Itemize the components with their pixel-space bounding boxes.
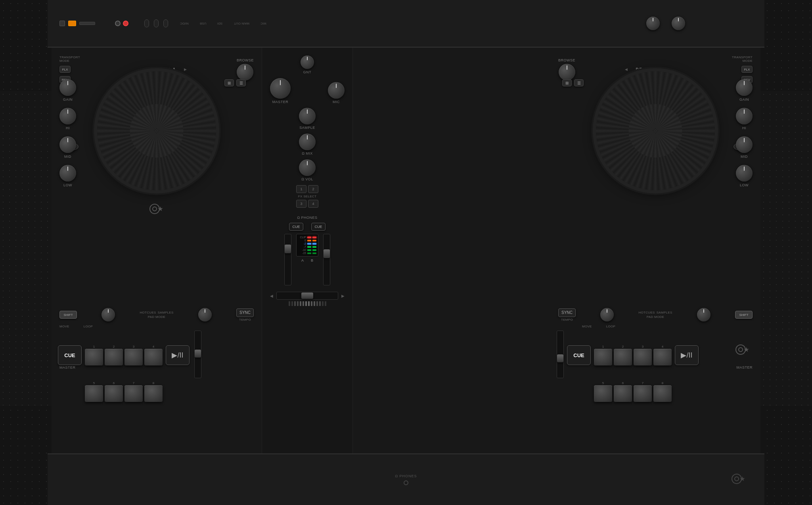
svg-point-1: [153, 207, 157, 211]
samples-label-b: SAMPLES: [657, 311, 672, 314]
flx-button-b[interactable]: FLX: [741, 66, 753, 73]
cue-button-b[interactable]: CUE: [567, 345, 591, 365]
low-knob-b[interactable]: [736, 165, 753, 182]
lower-controls-b: SYNC TEMPO HOTCUES SAMPLES PAD MODE: [554, 308, 756, 402]
fx-btn-1[interactable]: 1: [296, 185, 306, 193]
master-knob-section: MASTER: [270, 78, 291, 104]
jog-wheel-b[interactable]: [596, 71, 715, 190]
browse-section-b: BROWSE: [558, 58, 575, 80]
cue-button-a[interactable]: CUE: [58, 345, 82, 365]
sample-knob[interactable]: [299, 108, 316, 124]
pad-a-7[interactable]: [124, 385, 143, 402]
pad-b-7[interactable]: [634, 385, 652, 402]
layout-btn-1-a[interactable]: ⊞: [224, 79, 234, 86]
vu-seg-clip: [307, 237, 311, 238]
play-button-b[interactable]: ▶/II: [675, 345, 699, 365]
pad-b-4[interactable]: [653, 349, 672, 365]
cue-a-button-mixer[interactable]: CUE: [289, 223, 303, 231]
usb-label: USB: [200, 22, 206, 25]
mic-knob-section: MIC: [328, 82, 345, 104]
pitch-knob-a[interactable]: [102, 308, 115, 321]
channel-a-label: A: [301, 258, 304, 262]
browse-label-a: BROWSE: [237, 58, 254, 62]
pitch-knob-b[interactable]: [600, 308, 614, 321]
mixer: GNT MASTER MIC: [262, 48, 353, 453]
mic-knob-label: MIC: [333, 100, 340, 104]
pad-b-5[interactable]: [594, 385, 612, 402]
mid-label-a: MID: [64, 155, 71, 159]
vu-seg-0-r: [312, 240, 316, 241]
pad-a-2[interactable]: [105, 349, 123, 365]
cue-b-button-mixer[interactable]: CUE: [311, 223, 326, 231]
sdi-label: SDI: [217, 22, 222, 25]
pad-a-1[interactable]: [85, 349, 103, 365]
loop-knob-b[interactable]: [697, 308, 710, 321]
dj-logo-bottom: ★: [729, 472, 749, 488]
power-button[interactable]: [59, 21, 65, 26]
layout-btn-2-b[interactable]: ☰: [574, 79, 584, 86]
deck-a-label-section: ◀ DECK A ▶: [146, 67, 187, 72]
pad-a-6[interactable]: [105, 385, 123, 402]
mid-knob-b[interactable]: [736, 136, 753, 153]
top-knob-right[interactable]: [672, 17, 685, 30]
vol-label: Ω VOL: [301, 177, 313, 181]
master-knob[interactable]: [270, 78, 291, 99]
sync-button-a[interactable]: SYNC: [236, 308, 254, 317]
gnt-knob[interactable]: [301, 55, 314, 69]
jog-wheel-a[interactable]: [97, 71, 216, 190]
transport-mode-label-a: TRANSPORT: [59, 55, 80, 59]
vol-knob[interactable]: [299, 159, 316, 176]
pad-mode-label-b: PAD MODE: [647, 315, 664, 319]
fx-btn-3[interactable]: 3: [296, 200, 306, 208]
play-button-a[interactable]: ▶/II: [166, 345, 190, 365]
mix-section: Ω MIX: [299, 134, 316, 155]
shift-button-b[interactable]: SHIFT: [735, 311, 753, 319]
low-knob-a[interactable]: [59, 165, 76, 182]
pad-b-3[interactable]: [634, 349, 652, 365]
tempo-label-a: TEMPO: [239, 318, 251, 321]
flx-button-a[interactable]: FLX: [59, 66, 71, 73]
sample-label: SAMPLE: [299, 126, 315, 130]
pad-b-8[interactable]: [653, 385, 672, 402]
gain-label-b: GAIN: [739, 98, 749, 101]
mic-knob[interactable]: [328, 82, 345, 99]
browse-knob-a[interactable]: [237, 64, 253, 80]
move-label-a: MOVE: [59, 325, 69, 328]
fx-btn-2[interactable]: 2: [308, 185, 318, 193]
mix-knob[interactable]: [299, 134, 316, 150]
pad-a-4[interactable]: [144, 349, 163, 365]
pad-a-3[interactable]: [124, 349, 143, 365]
loop-knob-a[interactable]: [198, 308, 212, 321]
fx-select-section: 1 2 FX SELECT 3 4: [266, 185, 349, 208]
browse-knob-b[interactable]: [559, 64, 575, 80]
shift-button-a[interactable]: SHIFT: [59, 311, 77, 319]
move-label-b: MOVE: [582, 325, 592, 328]
vol-section: Ω VOL: [299, 159, 316, 181]
usb-indicator: [79, 22, 95, 25]
mid-knob-a[interactable]: [59, 136, 76, 153]
gain-knob-b[interactable]: [736, 79, 753, 96]
bottom-panel: Ω PHONES ★: [48, 453, 764, 505]
hi-label-b: HI: [742, 126, 746, 130]
pad-b-2[interactable]: [614, 349, 632, 365]
power-led: [68, 21, 76, 26]
hi-knob-a[interactable]: [59, 108, 76, 124]
pad-a-5[interactable]: [85, 385, 103, 402]
vu-seg-clip-r: [312, 237, 316, 238]
svg-point-7: [735, 477, 739, 481]
lower-controls-a: SHIFT HOTCUES SAMPLES PAD MODE SYNC: [56, 308, 258, 402]
vu-seg-15: [307, 252, 311, 254]
pad-b-1[interactable]: [594, 349, 612, 365]
gain-knob-a[interactable]: [59, 79, 76, 96]
sync-button-b[interactable]: SYNC: [558, 308, 576, 317]
low-label-b: LOW: [740, 183, 749, 187]
fx-btn-4[interactable]: 4: [308, 200, 318, 208]
layout-buttons-a: ⊞ ☰: [224, 79, 246, 86]
layout-btn-1-b[interactable]: ⊞: [562, 79, 572, 86]
top-knob-left[interactable]: [646, 17, 660, 30]
pad-a-8[interactable]: [144, 385, 163, 402]
master-knob-label: MASTER: [272, 100, 289, 104]
pad-b-6[interactable]: [614, 385, 632, 402]
hi-knob-b[interactable]: [736, 108, 753, 124]
layout-btn-2-a[interactable]: ☰: [236, 79, 246, 86]
